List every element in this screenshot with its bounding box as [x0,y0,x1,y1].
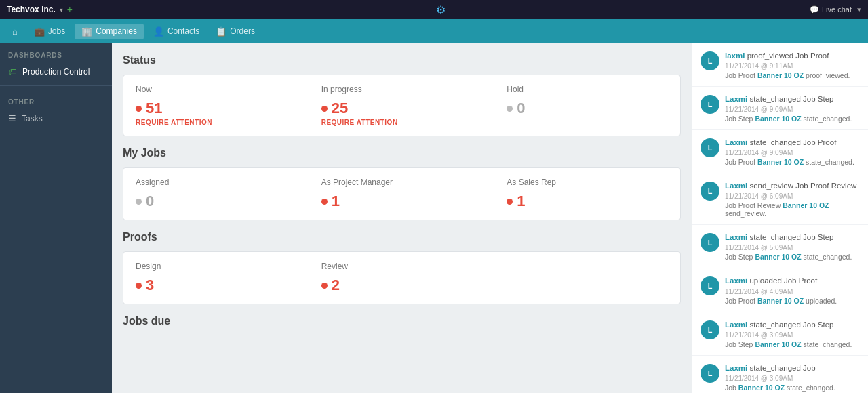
tag-icon: 🏷 [8,66,17,77]
proofs-design-value: 3 [136,276,296,294]
activity-time: 11/21/2014 @ 5:09AM [725,244,860,251]
activity-link[interactable]: Banner 10 OZ [738,384,785,392]
activity-avatar: L [701,233,719,252]
myjobs-card: Assigned 0 As Project Manager 1 As Sales… [123,167,681,220]
activity-link[interactable]: Banner 10 OZ [783,201,829,209]
status-hold-label: Hold [507,85,668,94]
main-layout: DASHBOARDS 🏷 Production Control OTHER ☰ … [0,43,868,393]
nav-home[interactable]: ⌂ [5,24,24,39]
myjobs-assigned-dot [136,199,142,205]
companies-icon: 🏢 [81,26,92,37]
activity-link[interactable]: Banner 10 OZ [755,340,801,348]
activity-link[interactable]: Banner 10 OZ [755,253,801,261]
live-chat-icon: 💬 [810,5,819,14]
production-control-label: Production Control [22,67,90,77]
activity-body: laxmi proof_viewed Job Proof 11/21/2014 … [725,50,860,79]
activity-action: state_changed Job Step [749,320,833,329]
activity-user[interactable]: Laxmi [725,182,747,190]
nav-jobs[interactable]: 💼 Jobs [27,24,72,39]
activity-body: Laxmi uploaded Job Proof 11/21/2014 @ 4:… [725,275,860,304]
myjobs-pm-cell: As Project Manager 1 [309,168,495,220]
activity-user[interactable]: laxmi [725,51,745,60]
status-now-dot [136,106,142,112]
activity-user[interactable]: Laxmi [725,364,747,372]
activity-item: L laxmi proof_viewed Job Proof 11/21/201… [692,43,868,87]
activity-item: L Laxmi uploaded Job Proof 11/21/2014 @ … [692,268,868,312]
activity-detail: Job Proof Banner 10 OZ uploaded. [725,297,860,305]
proofs-review-dot [321,283,328,289]
live-chat-button[interactable]: 💬 Live chat [810,5,852,14]
status-inprogress-value: 25 [321,100,482,117]
activity-body: Laxmi send_review Job Proof Review 11/21… [725,180,860,218]
activity-link[interactable]: Banner 10 OZ [757,158,804,166]
status-inprogress-cell: In progress 25 REQUIRE ATTENTION [309,75,495,136]
activity-time: 11/21/2014 @ 9:11AM [725,62,860,70]
tasks-icon: ☰ [8,113,16,123]
proofs-empty-cell [494,252,680,304]
activity-user[interactable]: Laxmi [725,233,747,241]
nav-orders[interactable]: 📋 Orders [209,24,262,39]
status-hold-value: 0 [507,100,668,117]
nav-contacts[interactable]: 👤 Contacts [146,24,206,39]
activity-link[interactable]: Banner 10 OZ [757,71,804,79]
activity-text: Laxmi state_changed Job Step [725,232,860,243]
activity-item: L Laxmi state_changed Job 11/21/2014 @ 3… [692,356,868,393]
activity-avatar: L [701,138,719,157]
myjobs-sales-cell: As Sales Rep 1 [494,168,680,220]
activity-body: Laxmi state_changed Job Proof 11/21/2014… [725,137,860,166]
status-now-label: Now [136,85,296,94]
activity-text: Laxmi state_changed Job [725,363,860,373]
tasks-label: Tasks [22,114,43,123]
add-icon[interactable]: + [67,4,73,15]
nav-orders-label: Orders [230,26,255,36]
activity-time: 11/21/2014 @ 6:09AM [725,192,860,200]
activity-item: L Laxmi send_review Job Proof Review 11/… [692,173,868,225]
proofs-title: Proofs [123,231,681,243]
dropdown-icon[interactable]: ▾ [60,6,63,14]
nav-companies[interactable]: 🏢 Companies [75,24,144,39]
sidebar-item-tasks[interactable]: ☰ Tasks [0,108,112,128]
status-card: Now 51 REQUIRE ATTENTION In progress 25 … [123,75,681,136]
myjobs-pm-number: 1 [332,192,340,210]
sidebar: DASHBOARDS 🏷 Production Control OTHER ☰ … [0,43,112,393]
proofs-review-value: 2 [321,276,482,294]
activity-text: Laxmi send_review Job Proof Review [725,180,860,191]
proofs-card: Design 3 Review 2 [123,251,681,304]
company-name[interactable]: Techvox Inc. [7,5,56,14]
top-bar-left: Techvox Inc. ▾ + [7,4,73,15]
activity-item: L Laxmi state_changed Job Step 11/21/201… [692,87,868,130]
status-inprogress-number: 25 [332,100,348,117]
status-hold-cell: Hold 0 [494,75,680,136]
status-grid: Now 51 REQUIRE ATTENTION In progress 25 … [123,75,680,136]
sidebar-item-production-control[interactable]: 🏷 Production Control [0,62,112,81]
activity-action: proof_viewed Job Proof [747,51,829,60]
activity-body: Laxmi state_changed Job Step 11/21/2014 … [725,94,860,123]
status-inprogress-dot [321,106,328,112]
user-avatar[interactable]: ▾ [857,5,861,14]
status-title: Status [123,54,681,66]
activity-user[interactable]: Laxmi [725,95,747,103]
proofs-design-dot [136,283,142,289]
activity-link[interactable]: Banner 10 OZ [755,115,801,123]
status-now-sub: REQUIRE ATTENTION [136,119,296,126]
top-bar: Techvox Inc. ▾ + ⚙ 💬 Live chat ▾ [0,0,868,19]
jobsdue-title: Jobs due [123,315,681,327]
activity-link[interactable]: Banner 10 OZ [757,297,804,305]
activity-action: uploaded Job Proof [749,276,817,285]
status-hold-number: 0 [517,100,525,117]
sidebar-divider [0,85,112,86]
activity-user[interactable]: Laxmi [725,276,747,285]
status-inprogress-label: In progress [321,85,482,94]
activity-time: 11/21/2014 @ 9:09AM [725,149,860,157]
myjobs-pm-label: As Project Manager [321,178,482,187]
activity-detail: Job Proof Banner 10 OZ state_changed. [725,158,860,166]
activity-detail: Job Step Banner 10 OZ state_changed. [725,115,860,123]
activity-user[interactable]: Laxmi [725,138,747,146]
nav-jobs-label: Jobs [48,26,65,36]
activity-body: Laxmi state_changed Job Step 11/21/2014 … [725,232,860,261]
status-now-cell: Now 51 REQUIRE ATTENTION [123,75,309,136]
activity-user[interactable]: Laxmi [725,320,747,329]
content-area: Status Now 51 REQUIRE ATTENTION In progr… [112,43,692,393]
myjobs-sales-dot [507,199,513,205]
activity-time: 11/21/2014 @ 9:09AM [725,106,860,113]
